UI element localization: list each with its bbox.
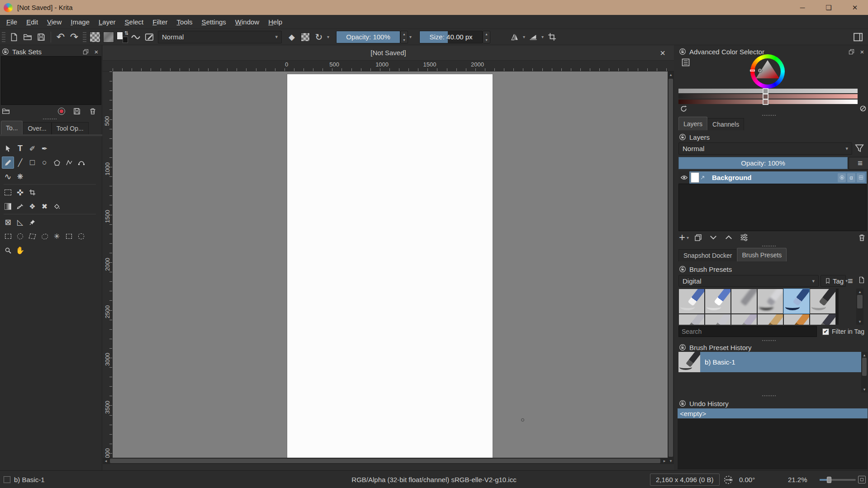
duplicate-layer-button[interactable] [694,233,702,242]
menu-item[interactable]: File [2,16,22,28]
size-spinner[interactable]: ▴▾ [483,31,490,43]
brush-preset-tile[interactable] [783,289,810,314]
preset-display-mode-icon[interactable] [858,276,866,284]
preset-grid-scrollbar[interactable]: ▴ ▾ [856,289,863,325]
freehand-brush-tool[interactable] [2,156,14,169]
left-dock-tab[interactable]: Over... [23,122,51,134]
transform-tool[interactable] [2,186,14,199]
edit-brush-settings-button[interactable] [143,31,156,43]
brush-preset-tile[interactable] [731,289,757,314]
toolbar-grip2[interactable] [83,32,86,42]
rectangle-tool[interactable]: □ [26,156,38,169]
menu-item[interactable]: Filter [148,16,172,28]
preset-scrollbar-thumb[interactable] [857,295,863,308]
canvas-close-icon[interactable]: × [657,47,669,59]
brush-search-input[interactable] [678,326,817,337]
menu-item[interactable]: Window [231,16,264,28]
reload-preset-icon[interactable]: ↻ [313,31,325,43]
dock-resize-grip[interactable] [762,246,776,247]
menu-item[interactable]: Help [264,16,287,28]
left-dock-tab[interactable]: Tool Op... [52,122,89,134]
ellipse-tool[interactable]: ○ [38,156,51,169]
menu-item[interactable]: View [43,16,66,28]
brush-option-icon[interactable] [129,31,142,43]
size-slider[interactable]: Size: 40.00 px [419,31,483,43]
current-brush-button[interactable]: b) Basic-1 [4,471,45,488]
fg-bg-colors[interactable]: ⇅ [116,31,128,43]
brush-preset-tile[interactable] [678,314,705,325]
dock-tab[interactable]: Brush Presets [737,248,787,261]
color-sampler-tool[interactable] [14,200,26,213]
new-document-button[interactable] [8,31,20,43]
preset-filter-select[interactable]: Digital ▾ [678,275,819,287]
mirror-vertical-icon[interactable] [527,31,540,43]
bezier-curve-tool[interactable] [75,156,87,169]
zoom-slider[interactable] [820,471,856,488]
bezier-selection-tool[interactable] [63,230,75,242]
preserve-alpha-icon[interactable] [299,31,312,43]
reference-images-tool[interactable] [26,216,38,228]
layer-properties-button[interactable] [740,233,749,242]
float-docker-icon[interactable] [82,48,89,55]
filter-in-tag-checkbox[interactable]: ✔ [822,328,829,335]
rectangular-selection-tool[interactable] [2,230,14,242]
elliptical-selection-tool[interactable] [14,230,26,242]
dock-tab[interactable]: Layers [678,117,707,130]
menu-item[interactable]: Select [120,16,148,28]
reload-dropdown-icon[interactable]: ▾ [326,34,331,39]
crop-tool[interactable] [26,186,38,199]
canvas-rotation-icon[interactable] [723,471,733,488]
hue-ring[interactable] [750,54,785,89]
layer-list-empty-area[interactable] [678,184,867,231]
layer-lock-icon[interactable] [838,173,846,182]
canvas-subwindow-titlebar[interactable]: [Not Saved] × [103,45,674,61]
add-layer-button[interactable]: + [679,232,685,243]
undo-icon[interactable]: ↶ [54,31,67,43]
layer-filter-funnel-icon[interactable] [854,142,865,154]
polygon-tool[interactable] [51,156,63,169]
delete-taskset-icon[interactable] [89,107,97,115]
dock-resize-grip[interactable] [43,118,57,120]
brush-history-item[interactable]: b) Basic-1 [678,352,861,372]
dock-tab[interactable]: Channels [707,118,744,130]
image-size-button[interactable]: 2,160 x 4,096 (0 B) [650,471,720,488]
layer-opacity-slider[interactable]: Opacity: 100% [678,157,848,169]
canvas-viewport[interactable] [113,71,668,464]
freehand-path-tool[interactable]: ∿ [2,171,14,183]
vertical-scrollbar[interactable]: ▴ ▾ [668,71,674,464]
left-dock-tab[interactable]: To... [1,121,23,134]
close-docker-icon[interactable]: × [92,48,100,56]
move-layer-up-button[interactable] [724,233,733,242]
preset-list-view-icon[interactable]: ≡ [848,276,857,285]
multibrush-tool[interactable]: ❋ [14,171,26,183]
lock-icon[interactable] [679,133,686,141]
brush-preset-tile[interactable] [705,314,731,325]
opacity-slider[interactable]: Opacity: 100% [336,31,400,43]
pattern-edit-tool[interactable]: ❖ [26,200,38,213]
record-macro-icon[interactable] [58,108,65,115]
lock-icon[interactable] [679,48,686,55]
lock-icon[interactable] [679,400,686,407]
minimize-icon[interactable]: ─ [789,0,816,15]
layer-name[interactable]: Background [712,174,752,181]
trim-to-image-icon[interactable] [545,31,558,43]
history-scrollbar-thumb[interactable] [862,358,867,376]
toolbar-grip[interactable] [2,32,5,42]
smart-patch-tool[interactable]: ✖ [38,200,51,213]
freehand-selection-tool[interactable] [38,230,51,242]
menu-item[interactable]: Tools [172,16,197,28]
zoom-fit-button[interactable] [858,471,866,488]
opacity-spinner[interactable]: ▴▾ [400,31,408,43]
polyline-tool[interactable] [63,156,75,169]
brush-preset-tile[interactable] [731,314,757,325]
move-layer-down-button[interactable] [709,233,718,242]
magnetic-selection-tool[interactable] [75,230,87,242]
horizontal-scrollbar-thumb[interactable] [110,459,660,463]
redo-icon[interactable]: ↷ [68,31,81,43]
pattern-chooser[interactable] [102,31,115,43]
layer-blending-mode-select[interactable]: Normal ▾ [678,142,852,155]
brush-preset-tile[interactable] [783,314,810,325]
mirror-horizontal-icon[interactable] [508,31,521,43]
blending-mode-select[interactable]: Normal ▾ [158,31,282,43]
mirror-horizontal-dropdown-icon[interactable]: ▾ [522,34,526,39]
